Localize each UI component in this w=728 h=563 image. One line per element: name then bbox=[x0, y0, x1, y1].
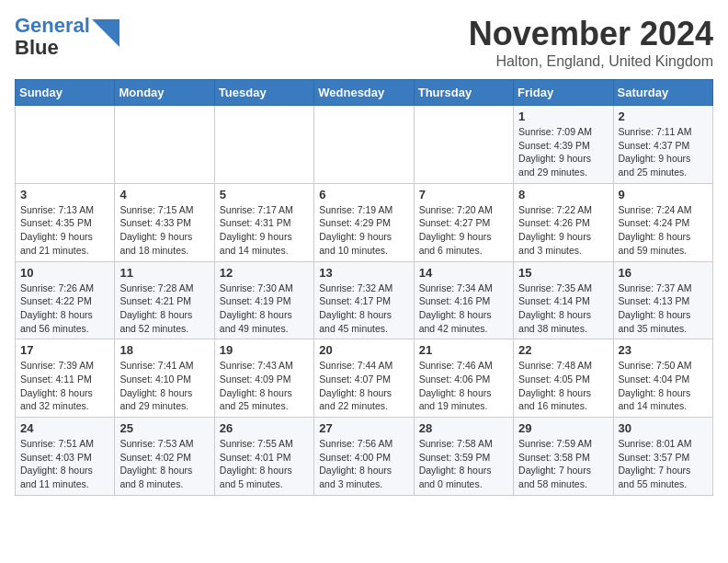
day-info: Sunrise: 7:50 AM Sunset: 4:04 PM Dayligh… bbox=[619, 359, 708, 413]
calendar-cell bbox=[414, 106, 513, 184]
day-number: 3 bbox=[20, 188, 109, 201]
calendar-header-row: SundayMondayTuesdayWednesdayThursdayFrid… bbox=[16, 80, 713, 106]
day-info: Sunrise: 8:01 AM Sunset: 3:57 PM Dayligh… bbox=[619, 437, 708, 491]
calendar-cell: 1Sunrise: 7:09 AM Sunset: 4:39 PM Daylig… bbox=[514, 106, 613, 184]
day-number: 29 bbox=[518, 421, 608, 435]
day-number: 13 bbox=[319, 266, 408, 280]
calendar-cell: 29Sunrise: 7:59 AM Sunset: 3:58 PM Dayli… bbox=[514, 418, 613, 496]
day-number: 1 bbox=[518, 109, 608, 123]
day-number: 10 bbox=[20, 266, 109, 280]
calendar-cell: 8Sunrise: 7:22 AM Sunset: 4:26 PM Daylig… bbox=[514, 183, 613, 261]
day-number: 17 bbox=[20, 343, 109, 357]
calendar-cell: 20Sunrise: 7:44 AM Sunset: 4:07 PM Dayli… bbox=[314, 339, 414, 418]
logo: GeneralBlue bbox=[15, 15, 119, 59]
day-info: Sunrise: 7:44 AM Sunset: 4:07 PM Dayligh… bbox=[319, 359, 408, 413]
day-info: Sunrise: 7:55 AM Sunset: 4:01 PM Dayligh… bbox=[220, 437, 309, 491]
day-number: 24 bbox=[20, 421, 109, 435]
calendar-cell: 21Sunrise: 7:46 AM Sunset: 4:06 PM Dayli… bbox=[414, 339, 513, 418]
calendar-cell: 5Sunrise: 7:17 AM Sunset: 4:31 PM Daylig… bbox=[214, 183, 313, 261]
day-number: 28 bbox=[419, 421, 508, 435]
day-number: 30 bbox=[619, 421, 708, 435]
day-info: Sunrise: 7:37 AM Sunset: 4:13 PM Dayligh… bbox=[619, 282, 708, 336]
day-number: 25 bbox=[119, 421, 209, 435]
day-number: 6 bbox=[319, 188, 408, 201]
month-title: November 2024 bbox=[469, 15, 713, 53]
day-info: Sunrise: 7:53 AM Sunset: 4:02 PM Dayligh… bbox=[119, 437, 209, 491]
day-number: 22 bbox=[518, 343, 608, 357]
calendar-cell: 22Sunrise: 7:48 AM Sunset: 4:05 PM Dayli… bbox=[514, 339, 613, 418]
calendar-cell: 27Sunrise: 7:56 AM Sunset: 4:00 PM Dayli… bbox=[314, 418, 414, 496]
calendar-cell: 17Sunrise: 7:39 AM Sunset: 4:11 PM Dayli… bbox=[16, 339, 115, 418]
header-cell-monday: Monday bbox=[115, 80, 214, 106]
calendar-cell: 6Sunrise: 7:19 AM Sunset: 4:29 PM Daylig… bbox=[314, 183, 414, 261]
calendar-cell: 24Sunrise: 7:51 AM Sunset: 4:03 PM Dayli… bbox=[16, 418, 115, 496]
svg-marker-0 bbox=[92, 19, 119, 47]
day-number: 9 bbox=[619, 188, 708, 201]
day-info: Sunrise: 7:48 AM Sunset: 4:05 PM Dayligh… bbox=[518, 359, 608, 413]
day-info: Sunrise: 7:17 AM Sunset: 4:31 PM Dayligh… bbox=[220, 203, 309, 258]
day-number: 26 bbox=[220, 421, 309, 435]
day-number: 12 bbox=[220, 266, 309, 280]
header-cell-thursday: Thursday bbox=[414, 80, 513, 106]
day-number: 23 bbox=[619, 343, 708, 357]
calendar-cell bbox=[214, 106, 313, 184]
day-number: 20 bbox=[319, 343, 408, 357]
day-info: Sunrise: 7:13 AM Sunset: 4:35 PM Dayligh… bbox=[20, 203, 109, 258]
calendar-cell: 2Sunrise: 7:11 AM Sunset: 4:37 PM Daylig… bbox=[613, 106, 712, 184]
day-info: Sunrise: 7:22 AM Sunset: 4:26 PM Dayligh… bbox=[518, 203, 608, 258]
day-info: Sunrise: 7:15 AM Sunset: 4:33 PM Dayligh… bbox=[119, 203, 209, 258]
logo-text: GeneralBlue bbox=[15, 15, 90, 59]
day-info: Sunrise: 7:51 AM Sunset: 4:03 PM Dayligh… bbox=[20, 437, 109, 491]
calendar-cell: 25Sunrise: 7:53 AM Sunset: 4:02 PM Dayli… bbox=[115, 418, 214, 496]
calendar-cell: 10Sunrise: 7:26 AM Sunset: 4:22 PM Dayli… bbox=[16, 261, 115, 339]
day-number: 27 bbox=[319, 421, 408, 435]
day-number: 18 bbox=[119, 343, 209, 357]
calendar-cell bbox=[314, 106, 414, 184]
calendar-cell: 3Sunrise: 7:13 AM Sunset: 4:35 PM Daylig… bbox=[16, 183, 115, 261]
calendar-cell: 18Sunrise: 7:41 AM Sunset: 4:10 PM Dayli… bbox=[115, 339, 214, 418]
day-number: 16 bbox=[619, 266, 708, 280]
calendar-cell: 16Sunrise: 7:37 AM Sunset: 4:13 PM Dayli… bbox=[613, 261, 712, 339]
location: Halton, England, United Kingdom bbox=[469, 53, 713, 70]
calendar-cell: 4Sunrise: 7:15 AM Sunset: 4:33 PM Daylig… bbox=[115, 183, 214, 261]
header-cell-wednesday: Wednesday bbox=[314, 80, 414, 106]
day-info: Sunrise: 7:58 AM Sunset: 3:59 PM Dayligh… bbox=[419, 437, 508, 491]
calendar-week-row: 10Sunrise: 7:26 AM Sunset: 4:22 PM Dayli… bbox=[16, 261, 713, 339]
calendar-cell: 9Sunrise: 7:24 AM Sunset: 4:24 PM Daylig… bbox=[613, 183, 712, 261]
day-info: Sunrise: 7:43 AM Sunset: 4:09 PM Dayligh… bbox=[220, 359, 309, 413]
day-info: Sunrise: 7:09 AM Sunset: 4:39 PM Dayligh… bbox=[518, 125, 608, 179]
day-info: Sunrise: 7:26 AM Sunset: 4:22 PM Dayligh… bbox=[20, 282, 109, 336]
day-number: 4 bbox=[119, 188, 209, 201]
day-number: 5 bbox=[220, 188, 309, 201]
calendar-week-row: 24Sunrise: 7:51 AM Sunset: 4:03 PM Dayli… bbox=[16, 418, 713, 496]
calendar-cell: 12Sunrise: 7:30 AM Sunset: 4:19 PM Dayli… bbox=[214, 261, 313, 339]
calendar-cell: 26Sunrise: 7:55 AM Sunset: 4:01 PM Dayli… bbox=[214, 418, 313, 496]
day-info: Sunrise: 7:11 AM Sunset: 4:37 PM Dayligh… bbox=[619, 125, 708, 179]
calendar-cell: 13Sunrise: 7:32 AM Sunset: 4:17 PM Dayli… bbox=[314, 261, 414, 339]
calendar-table: SundayMondayTuesdayWednesdayThursdayFrid… bbox=[15, 79, 713, 496]
calendar-week-row: 17Sunrise: 7:39 AM Sunset: 4:11 PM Dayli… bbox=[16, 339, 713, 418]
calendar-cell bbox=[115, 106, 214, 184]
day-info: Sunrise: 7:59 AM Sunset: 3:58 PM Dayligh… bbox=[518, 437, 608, 491]
header: GeneralBlue November 2024 Halton, Englan… bbox=[15, 15, 713, 70]
calendar-cell: 19Sunrise: 7:43 AM Sunset: 4:09 PM Dayli… bbox=[214, 339, 313, 418]
header-cell-sunday: Sunday bbox=[16, 80, 115, 106]
calendar-cell: 14Sunrise: 7:34 AM Sunset: 4:16 PM Dayli… bbox=[414, 261, 513, 339]
calendar-cell: 30Sunrise: 8:01 AM Sunset: 3:57 PM Dayli… bbox=[613, 418, 712, 496]
day-info: Sunrise: 7:24 AM Sunset: 4:24 PM Dayligh… bbox=[619, 203, 708, 258]
day-info: Sunrise: 7:39 AM Sunset: 4:11 PM Dayligh… bbox=[20, 359, 109, 413]
title-area: November 2024 Halton, England, United Ki… bbox=[469, 15, 713, 70]
calendar-cell: 28Sunrise: 7:58 AM Sunset: 3:59 PM Dayli… bbox=[414, 418, 513, 496]
calendar-cell bbox=[16, 106, 115, 184]
day-info: Sunrise: 7:19 AM Sunset: 4:29 PM Dayligh… bbox=[319, 203, 408, 258]
day-number: 7 bbox=[419, 188, 508, 201]
day-number: 19 bbox=[220, 343, 309, 357]
calendar-cell: 23Sunrise: 7:50 AM Sunset: 4:04 PM Dayli… bbox=[613, 339, 712, 418]
header-cell-friday: Friday bbox=[514, 80, 613, 106]
calendar-cell: 15Sunrise: 7:35 AM Sunset: 4:14 PM Dayli… bbox=[514, 261, 613, 339]
day-number: 14 bbox=[419, 266, 508, 280]
day-info: Sunrise: 7:35 AM Sunset: 4:14 PM Dayligh… bbox=[518, 282, 608, 336]
day-info: Sunrise: 7:30 AM Sunset: 4:19 PM Dayligh… bbox=[220, 282, 309, 336]
day-info: Sunrise: 7:46 AM Sunset: 4:06 PM Dayligh… bbox=[419, 359, 508, 413]
calendar-week-row: 1Sunrise: 7:09 AM Sunset: 4:39 PM Daylig… bbox=[16, 106, 713, 184]
